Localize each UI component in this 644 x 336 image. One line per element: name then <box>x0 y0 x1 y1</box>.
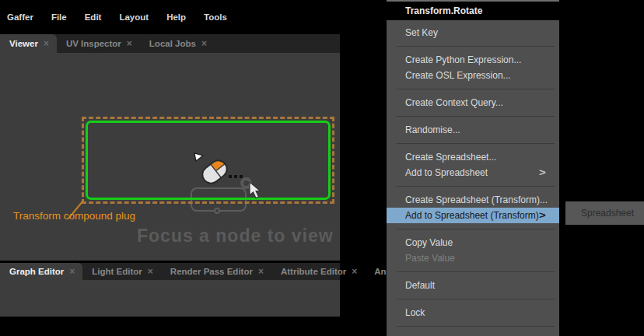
tab-graph-editor[interactable]: Graph Editor × <box>0 263 82 280</box>
menu-item-randomise[interactable]: Randomise... <box>387 122 559 138</box>
spreadsheet-submenu: Spreadsheet <box>565 201 644 225</box>
tab-render-pass-editor[interactable]: Render Pass Editor × <box>161 263 271 280</box>
editor-panel-body[interactable] <box>0 280 340 317</box>
screen: Gaffer File Edit Layout Help Tools Viewe… <box>0 0 644 336</box>
gaffer-window: Gaffer File Edit Layout Help Tools Viewe… <box>0 0 340 336</box>
tab-label: Graph Editor <box>9 267 64 276</box>
pointer-cursor-icon <box>249 181 263 200</box>
menu-separator <box>397 299 555 299</box>
submenu-arrow-icon: > <box>539 165 546 181</box>
tab-label: UV Inspector <box>66 39 121 48</box>
menu-layout[interactable]: Layout <box>119 12 149 22</box>
tab-light-editor[interactable]: Light Editor × <box>82 263 161 280</box>
menu-item-create-python-expression[interactable]: Create Python Expression... <box>387 52 559 68</box>
menu-item-add-to-spreadsheet-transform[interactable]: Add to Spreadsheet (Transform) > <box>387 208 559 223</box>
viewer-viewport[interactable]: Transform compound plug Focus a node to … <box>0 53 340 261</box>
close-icon[interactable]: × <box>352 267 357 276</box>
menu-item-create-spreadsheet-transform[interactable]: Create Spreadsheet (Transform)... <box>387 192 559 208</box>
close-icon[interactable]: × <box>258 267 264 276</box>
right-click-mouse-icon <box>191 150 244 187</box>
menu-item-create-spreadsheet[interactable]: Create Spreadsheet... <box>387 149 559 165</box>
menu-gaffer[interactable]: Gaffer <box>7 12 33 22</box>
menu-edit[interactable]: Edit <box>85 12 102 22</box>
node-plug-connector <box>214 208 220 214</box>
context-menu: Transform.Rotate Set Key Create Python E… <box>387 0 559 336</box>
close-icon[interactable]: × <box>44 39 49 48</box>
close-icon[interactable]: × <box>148 267 153 276</box>
menu-separator <box>397 326 555 327</box>
menu-separator <box>397 229 555 229</box>
menu-tools[interactable]: Tools <box>204 12 227 22</box>
close-icon[interactable]: × <box>201 39 207 48</box>
tab-label: Attribute Editor <box>281 267 346 276</box>
menu-item-paste-value: Paste Value <box>387 250 559 266</box>
tab-uv-inspector[interactable]: UV Inspector × <box>57 34 140 53</box>
editor-tabbar: Graph Editor × Light Editor × Render Pas… <box>0 263 340 280</box>
menu-item-create-context-query[interactable]: Create Context Query... <box>387 95 559 110</box>
tab-label: Local Jobs <box>149 39 196 48</box>
menu-item-default[interactable]: Default <box>387 278 559 293</box>
menu-item-create-osl-expression[interactable]: Create OSL Expression... <box>387 68 559 83</box>
menu-item-add-to-spreadsheet[interactable]: Add to Spreadsheet > <box>387 165 559 180</box>
menu-item-set-key[interactable]: Set Key <box>387 25 559 40</box>
close-icon[interactable]: × <box>69 267 75 276</box>
menu-item-lock[interactable]: Lock <box>387 305 559 320</box>
menu-separator <box>397 89 555 89</box>
menu-separator <box>397 271 555 272</box>
viewer-tabbar: Viewer × UV Inspector × Local Jobs × <box>0 34 340 53</box>
transform-plug-annotation: Transform compound plug <box>13 210 135 222</box>
tab-label: Render Pass Editor <box>170 267 253 276</box>
context-menu-body: Set Key Create Python Expression... Crea… <box>387 20 559 336</box>
menu-separator <box>397 143 555 144</box>
menu-separator <box>397 116 555 117</box>
submenu-arrow-icon: > <box>539 208 546 224</box>
submenu-item-spreadsheet[interactable]: Spreadsheet <box>565 201 644 225</box>
menu-separator <box>397 46 555 47</box>
menu-file[interactable]: File <box>51 12 67 22</box>
menubar: Gaffer File Edit Layout Help Tools <box>0 0 340 34</box>
close-icon[interactable]: × <box>127 39 132 48</box>
viewport-placeholder-text: Focus a node to view <box>137 226 334 247</box>
menu-help[interactable]: Help <box>166 12 186 22</box>
tab-label: Viewer <box>9 39 38 48</box>
tab-attribute-editor[interactable]: Attribute Editor × <box>271 263 365 280</box>
menu-item-gang[interactable]: Gang Ctrl+G <box>387 332 559 336</box>
menu-separator <box>397 186 555 187</box>
tab-local-jobs[interactable]: Local Jobs × <box>140 34 215 53</box>
tab-viewer[interactable]: Viewer × <box>0 34 57 53</box>
menu-item-copy-value[interactable]: Copy Value <box>387 235 559 250</box>
context-menu-title: Transform.Rotate <box>387 2 559 20</box>
shortcut-label: Ctrl+G <box>520 332 547 336</box>
tab-label: Light Editor <box>92 267 142 276</box>
